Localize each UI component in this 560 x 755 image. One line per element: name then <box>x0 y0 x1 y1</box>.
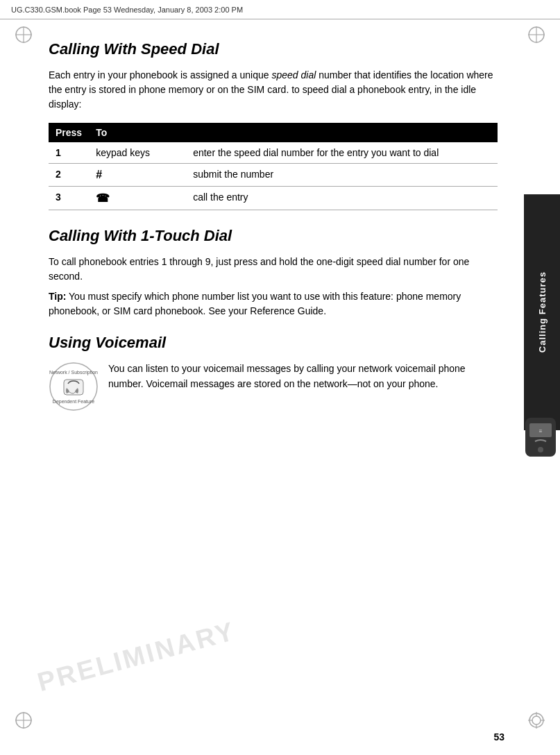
corner-decoration-tl <box>14 25 33 44</box>
row1-step: 1 <box>49 142 89 164</box>
section2-intro: To call phonebook entries 1 through 9, j… <box>49 255 498 284</box>
row2-press: # <box>89 164 186 187</box>
row3-action: call the entry <box>186 187 498 210</box>
section3-title: Using Voicemail <box>49 334 498 352</box>
network-icon: Network / Subscription Dependent Feature <box>49 362 99 412</box>
main-content: Calling With Speed Dial Each entry in yo… <box>35 19 511 720</box>
section3-text: You can listen to your voicemail message… <box>108 362 498 391</box>
phone-icon: ≡ <box>524 416 557 458</box>
section2-tip: Tip: You must specify which phone number… <box>49 289 498 319</box>
header-text: UG.C330.GSM.book Page 53 Wednesday, Janu… <box>11 6 243 14</box>
corner-decoration-br <box>527 711 546 730</box>
hash-key-icon: # <box>96 169 102 180</box>
corner-decoration-tr <box>527 25 546 44</box>
section3-body: Network / Subscription Dependent Feature… <box>49 362 498 412</box>
svg-text:Dependent  Feature: Dependent Feature <box>53 399 94 405</box>
row2-action: submit the number <box>186 164 498 187</box>
section1-title: Calling With Speed Dial <box>49 40 498 58</box>
section-1touch-dial: Calling With 1-Touch Dial To call phoneb… <box>49 227 498 319</box>
row1-press: keypad keys <box>89 142 186 164</box>
page-header: UG.C330.GSM.book Page 53 Wednesday, Janu… <box>0 0 560 19</box>
row3-step: 3 <box>49 187 89 210</box>
row3-press: ☎ <box>89 187 186 210</box>
table-header-to: To <box>89 123 186 142</box>
section1-intro: Each entry in your phonebook is assigned… <box>49 68 498 112</box>
table-row: 1 keypad keys enter the speed dial numbe… <box>49 142 498 164</box>
svg-point-17 <box>538 447 543 452</box>
row2-step: 2 <box>49 164 89 187</box>
section2-title: Calling With 1-Touch Dial <box>49 227 498 245</box>
tip-label: Tip: <box>49 291 66 302</box>
sidebar-tab: Calling Features <box>524 194 560 430</box>
table-header-press: Press <box>49 123 89 142</box>
section-speed-dial: Calling With Speed Dial Each entry in yo… <box>49 40 498 210</box>
svg-point-10 <box>532 716 541 724</box>
svg-text:≡: ≡ <box>539 428 543 434</box>
sidebar-label: Calling Features <box>537 271 548 353</box>
table-row: 2 # submit the number <box>49 164 498 187</box>
corner-decoration-bl <box>14 711 33 730</box>
svg-text:Network / Subscription: Network / Subscription <box>49 370 98 375</box>
tip-body: You must specify which phone number list… <box>49 291 461 316</box>
call-key-icon: ☎ <box>96 192 110 204</box>
row1-action: enter the speed dial number for the entr… <box>186 142 498 164</box>
table-header-empty <box>186 123 498 142</box>
page-number: 53 <box>493 731 504 743</box>
table-row: 3 ☎ call the entry <box>49 187 498 210</box>
section-voicemail: Using Voicemail Network / Subscription D… <box>49 334 498 412</box>
speed-dial-table: Press To 1 keypad keys enter the speed d… <box>49 123 498 210</box>
